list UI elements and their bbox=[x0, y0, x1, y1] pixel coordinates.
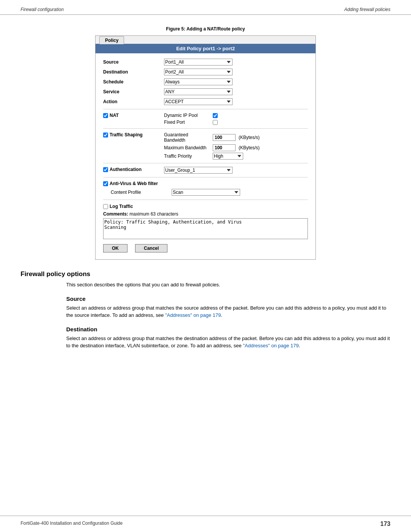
traffic-shaping-sub-form: Guaranteed Bandwidth (KBytes/s) Maximum … bbox=[164, 132, 260, 160]
destination-text1: Select an address or address group that … bbox=[66, 335, 390, 349]
destination-label: Destination bbox=[103, 69, 164, 75]
page-header: Firewall configuration Adding firewall p… bbox=[0, 0, 411, 15]
content-profile-row: Content Profile Scan bbox=[103, 187, 308, 197]
action-label: Action bbox=[103, 99, 164, 104]
nat-label: NAT bbox=[110, 113, 119, 118]
log-traffic-checkbox[interactable] bbox=[103, 204, 108, 209]
page-content: Figure 5: Adding a NAT/Route policy Poli… bbox=[0, 15, 411, 368]
service-row: Service ANY bbox=[103, 87, 308, 97]
comments-max: maximum 63 characters bbox=[129, 211, 178, 217]
service-select[interactable]: ANY bbox=[164, 88, 233, 95]
maximum-bandwidth-unit: (KBytes/s) bbox=[239, 145, 260, 150]
authentication-label: Authentication bbox=[110, 167, 142, 172]
antivirus-row: Anti-Virus & Web filter bbox=[103, 180, 308, 187]
section-intro: This section describes the options that … bbox=[66, 281, 390, 289]
traffic-priority-row: Traffic Priority High bbox=[164, 153, 260, 160]
destination-select[interactable]: Port2_All bbox=[164, 69, 233, 75]
guaranteed-bandwidth-row: Guaranteed Bandwidth (KBytes/s) bbox=[164, 132, 260, 143]
content-profile-control: Scan bbox=[172, 189, 240, 196]
content-profile-select[interactable]: Scan bbox=[172, 189, 240, 196]
divider-3 bbox=[103, 163, 308, 163]
fixed-port-label: Fixed Port bbox=[164, 120, 210, 125]
service-control: ANY bbox=[164, 88, 233, 95]
antivirus-label: Anti-Virus & Web filter bbox=[110, 181, 158, 186]
guaranteed-bandwidth-unit: (KBytes/s) bbox=[239, 135, 260, 140]
schedule-select[interactable]: Always bbox=[164, 78, 233, 85]
authentication-control: User_Group_1 bbox=[164, 167, 233, 174]
antivirus-checkbox-label: Anti-Virus & Web filter bbox=[103, 181, 164, 186]
traffic-shaping-label: Traffic Shaping bbox=[110, 132, 143, 137]
page-footer: FortiGate-400 Installation and Configura… bbox=[0, 516, 411, 532]
footer-left: FortiGate-400 Installation and Configura… bbox=[21, 521, 123, 527]
destination-subsection-heading: Destination bbox=[66, 326, 390, 332]
divider-1 bbox=[103, 109, 308, 109]
policy-form: Source Port1_All Destination Port2_All bbox=[96, 53, 315, 259]
policy-tab-row: Policy bbox=[96, 36, 315, 44]
page-number: 173 bbox=[380, 521, 390, 527]
dynamic-ip-checkbox[interactable] bbox=[213, 113, 218, 118]
policy-tab[interactable]: Policy bbox=[99, 36, 124, 44]
antivirus-checkbox[interactable] bbox=[103, 181, 108, 186]
log-traffic-row: Log Traffic bbox=[103, 202, 308, 211]
cancel-button[interactable]: Cancel bbox=[135, 244, 167, 252]
comments-label: Comments: bbox=[103, 211, 128, 217]
authentication-checkbox-label: Authentication bbox=[103, 167, 164, 172]
schedule-label: Schedule bbox=[103, 79, 164, 85]
fixed-port-row: Fixed Port bbox=[164, 120, 218, 125]
nat-checkbox[interactable] bbox=[103, 113, 108, 118]
maximum-bandwidth-label: Maximum Bandwidth bbox=[164, 145, 210, 150]
schedule-control: Always bbox=[164, 78, 233, 85]
divider-2 bbox=[103, 128, 308, 129]
source-control: Port1_All bbox=[164, 59, 233, 66]
dynamic-ip-row: Dynamic IP Pool bbox=[164, 113, 218, 118]
destination-row: Destination Port2_All bbox=[103, 67, 308, 77]
nat-checkbox-label: NAT bbox=[103, 113, 164, 118]
traffic-shaping-checkbox[interactable] bbox=[103, 133, 108, 137]
dynamic-ip-label: Dynamic IP Pool bbox=[164, 113, 210, 118]
header-left: Firewall configuration bbox=[21, 7, 64, 12]
source-text-after: . bbox=[221, 312, 223, 318]
maximum-bandwidth-input[interactable] bbox=[213, 144, 236, 151]
figure-caption: Figure 5: Adding a NAT/Route policy bbox=[21, 26, 390, 32]
divider-5 bbox=[103, 200, 308, 200]
authentication-select[interactable]: User_Group_1 bbox=[164, 167, 233, 174]
authentication-checkbox[interactable] bbox=[103, 167, 108, 172]
source-subsection-heading: Source bbox=[66, 296, 390, 302]
nat-sub-form: Dynamic IP Pool Fixed Port bbox=[164, 113, 218, 125]
source-label: Source bbox=[103, 59, 164, 65]
comments-row: Comments: maximum 63 characters bbox=[103, 211, 308, 218]
maximum-bandwidth-row: Maximum Bandwidth (KBytes/s) bbox=[164, 144, 260, 151]
source-subsection-text: Select an address or address group that … bbox=[66, 304, 390, 319]
service-label: Service bbox=[103, 89, 164, 94]
traffic-shaping-row: Traffic Shaping Guaranteed Bandwidth (KB… bbox=[103, 131, 308, 161]
action-control: ACCEPT bbox=[164, 98, 233, 105]
source-link[interactable]: "Addresses" on page 179 bbox=[165, 312, 221, 318]
authentication-row: Authentication User_Group_1 bbox=[103, 166, 308, 175]
action-select[interactable]: ACCEPT bbox=[164, 98, 233, 105]
nat-row: NAT Dynamic IP Pool Fixed Port bbox=[103, 112, 308, 126]
header-right: Adding firewall policies bbox=[344, 7, 390, 12]
fixed-port-checkbox[interactable] bbox=[213, 120, 218, 125]
action-row: Action ACCEPT bbox=[103, 97, 308, 107]
source-row: Source Port1_All bbox=[103, 57, 308, 67]
destination-control: Port2_All bbox=[164, 69, 233, 75]
divider-4 bbox=[103, 177, 308, 177]
traffic-shaping-checkbox-label: Traffic Shaping bbox=[103, 132, 164, 137]
section-heading: Firewall policy options bbox=[21, 270, 390, 278]
traffic-priority-label: Traffic Priority bbox=[164, 153, 210, 159]
comments-textarea[interactable]: Policy: Traffic Shaping, Authentication,… bbox=[103, 218, 308, 239]
source-text: Select an address or address group that … bbox=[66, 305, 386, 318]
destination-text2: . bbox=[299, 343, 300, 348]
destination-link[interactable]: "Addresses" on page 179 bbox=[243, 343, 299, 348]
button-row: OK Cancel bbox=[103, 240, 308, 256]
traffic-priority-select[interactable]: High bbox=[213, 153, 243, 160]
schedule-row: Schedule Always bbox=[103, 77, 308, 87]
guaranteed-bandwidth-input[interactable] bbox=[213, 134, 236, 141]
source-select[interactable]: Port1_All bbox=[164, 59, 233, 66]
ok-button[interactable]: OK bbox=[103, 244, 127, 252]
log-traffic-label: Log Traffic bbox=[110, 204, 133, 209]
content-profile-label: Content Profile bbox=[111, 190, 172, 195]
policy-dialog: Policy Edit Policy port1 -> port2 Source… bbox=[95, 35, 316, 260]
destination-subsection-text: Select an address or address group that … bbox=[66, 335, 390, 350]
edit-policy-header: Edit Policy port1 -> port2 bbox=[96, 44, 315, 53]
